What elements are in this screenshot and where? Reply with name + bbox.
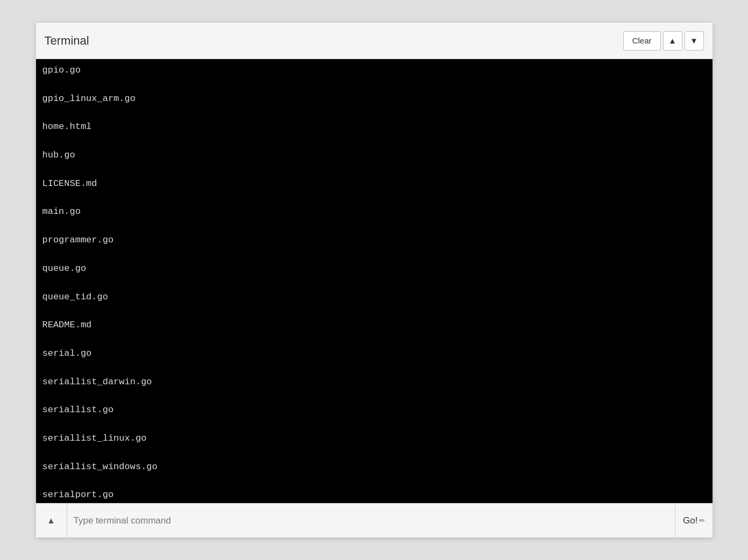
terminal-line: serial.go [42,347,706,361]
scroll-down-button[interactable]: ▼ [685,31,704,51]
terminal-line: seriallist_windows.go [42,460,706,474]
terminal-line: seriallist.go [42,403,706,417]
terminal-window: Terminal Clear ▲ ▼ gpio.gogpio_linux_arm… [35,22,713,538]
footer-up-button[interactable]: ▲ [36,504,67,537]
terminal-header: Terminal Clear ▲ ▼ [36,23,713,59]
terminal-line: seriallist_darwin.go [42,375,706,389]
clear-button[interactable]: Clear [623,31,661,51]
terminal-line: programmer.go [42,233,706,247]
go-label: Go! [683,515,697,526]
terminal-title: Terminal [45,34,89,48]
arrow-up-icon: ▲ [47,516,55,526]
terminal-line: LICENSE.md [42,177,706,191]
header-buttons: Clear ▲ ▼ [623,31,704,51]
terminal-input[interactable] [67,504,675,537]
terminal-line: seriallist_linux.go [42,432,706,446]
terminal-line: hub.go [42,148,706,162]
terminal-line: gpio.go [42,63,706,77]
go-button[interactable]: Go! ✏ [675,504,712,537]
terminal-line: serialport.go [42,488,706,502]
chevron-up-icon: ▲ [668,36,676,45]
terminal-line: gpio_linux_arm.go [42,92,706,106]
chevron-down-icon: ▼ [690,36,698,45]
terminal-line: README.md [42,318,706,332]
terminal-footer: ▲ Go! ✏ [36,503,713,537]
terminal-output: gpio.gogpio_linux_arm.gohome.htmlhub.goL… [36,59,713,503]
scroll-up-button[interactable]: ▲ [663,31,682,51]
terminal-line: home.html [42,120,706,134]
terminal-line: queue.go [42,262,706,276]
terminal-line: main.go [42,205,706,219]
pencil-icon: ✏ [699,516,705,525]
terminal-line: queue_tid.go [42,290,706,304]
